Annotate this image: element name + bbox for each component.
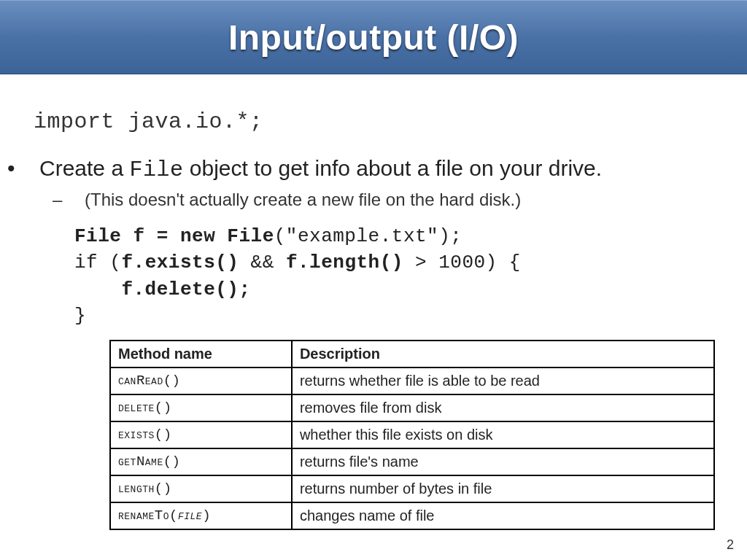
slide-content: import java.io.*; •Create a File object … xyxy=(0,74,747,530)
bullet-icon: • xyxy=(23,156,39,181)
table-row: getName() returns file's name xyxy=(110,448,714,475)
code-l1a: File f = new File xyxy=(74,225,274,247)
code-l2b: f.exists() xyxy=(121,252,239,273)
col-description: Description xyxy=(292,341,714,368)
table-row: renameTo(file) changes name of file xyxy=(110,502,714,529)
desc-cell: changes name of file xyxy=(292,502,714,529)
dash-icon: – xyxy=(69,190,85,210)
code-l2a: if ( xyxy=(74,252,121,273)
slide: Input/output (I/O) import java.io.*; •Cr… xyxy=(0,0,747,560)
desc-cell: returns whether file is able to be read xyxy=(292,368,714,394)
bullet-level-2: –(This doesn't actually create a new fil… xyxy=(67,190,725,210)
desc-cell: returns file's name xyxy=(292,448,714,475)
table-row: exists() whether this file exists on dis… xyxy=(110,421,714,448)
slide-title: Input/output (I/O) xyxy=(228,18,519,58)
col-method-name: Method name xyxy=(110,341,292,368)
import-statement: import java.io.*; xyxy=(34,109,725,134)
code-l2c: && xyxy=(239,252,285,273)
method-cell: exists() xyxy=(110,421,292,448)
desc-cell: returns number of bytes in file xyxy=(292,475,714,502)
desc-cell: removes file from disk xyxy=(292,394,714,421)
bullet-level-1: •Create a File object to get info about … xyxy=(22,156,725,182)
code-l1b: ("example.txt"); xyxy=(274,225,462,247)
table-header-row: Method name Description xyxy=(110,341,714,368)
method-cell: delete() xyxy=(110,394,292,421)
methods-table: Method name Description canRead() return… xyxy=(109,340,715,530)
bullet1-text-post: object to get info about a file on your … xyxy=(183,156,602,180)
table-row: delete() removes file from disk xyxy=(110,394,714,421)
code-l4: } xyxy=(74,305,86,327)
bullet2-text: (This doesn't actually create a new file… xyxy=(85,190,521,209)
desc-cell: whether this file exists on disk xyxy=(292,421,714,448)
code-l3: f.delete(); xyxy=(74,279,251,300)
bullet1-code: File xyxy=(129,158,183,182)
method-cell: length() xyxy=(110,475,292,502)
bullet1-text-pre: Create a xyxy=(39,156,129,180)
table-row: length() returns number of bytes in file xyxy=(110,475,714,502)
code-l2d: f.length() xyxy=(286,252,403,273)
title-bar: Input/output (I/O) xyxy=(0,0,747,74)
code-block: File f = new File("example.txt"); if (f.… xyxy=(74,223,725,330)
code-l2e: > 1000) { xyxy=(403,252,521,273)
method-cell: canRead() xyxy=(110,368,292,394)
method-cell: renameTo(file) xyxy=(110,502,292,529)
page-number: 2 xyxy=(727,537,734,553)
method-cell: getName() xyxy=(110,448,292,475)
table-row: canRead() returns whether file is able t… xyxy=(110,368,714,394)
